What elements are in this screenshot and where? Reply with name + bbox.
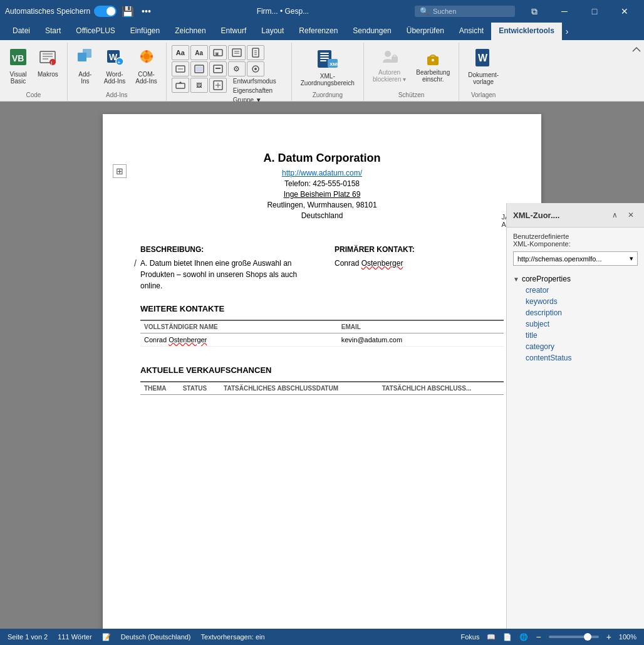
document-page: ⊞ A. Datum Corporation http://www.adatum… <box>103 114 541 629</box>
maximize-btn[interactable]: □ <box>580 0 609 23</box>
tab-officeplus[interactable]: OfficePLUS <box>68 23 122 40</box>
tab-zeichnen[interactable]: Zeichnen <box>167 23 213 40</box>
svg-point-17 <box>145 60 148 63</box>
close-btn[interactable]: ✕ <box>610 0 639 23</box>
address-street-underline: Inge Beisheim Platz 69 <box>284 190 361 199</box>
word-add-ins-label: Word-Add-Ins <box>104 71 125 85</box>
search-placeholder: Suchen <box>433 8 456 15</box>
xml-tree-root[interactable]: ▼ coreProperties <box>511 273 640 285</box>
primaer-kontakt-header: PRIMÄRER KONTAKT: <box>335 245 504 254</box>
visual-basic-btn[interactable]: VB VisualBasic <box>5 45 31 87</box>
ribbon-group-vorlagen: W Dokument-vorlage Vorlagen <box>459 43 507 101</box>
save-icon[interactable]: 💾 <box>122 6 134 18</box>
se-btn-10[interactable] <box>247 61 264 76</box>
table1-col2-header: EMAIL <box>338 320 504 333</box>
xml-tree-creator[interactable]: creator <box>511 285 640 296</box>
tab-referenzen[interactable]: Referenzen <box>291 23 345 40</box>
eigenschaften-btn[interactable]: Eigenschaften <box>233 87 276 94</box>
statusbar: Seite 1 von 2 111 Wörter 📝 Deutsch (Deut… <box>0 629 644 645</box>
xml-tree-keywords[interactable]: keywords <box>511 296 640 307</box>
ribbon-group-addins-content: Add-Ins W + Word-Add-Ins <box>73 45 161 89</box>
autosave-area: Automatisches Speichern <box>5 6 117 17</box>
website-link[interactable]: http://www.adatum.com/ <box>282 169 362 177</box>
se-btn-3[interactable]: ▣ <box>209 45 227 60</box>
code-group-label: Code <box>5 89 62 98</box>
se-btn-5[interactable] <box>247 45 264 60</box>
xml-pane-collapse-btn[interactable]: ∧ <box>608 208 621 222</box>
company-header: A. Datum Corporation http://www.adatum.c… <box>140 152 504 220</box>
se-btn-13[interactable] <box>209 78 227 93</box>
tab-entwurf[interactable]: Entwurf <box>214 23 254 40</box>
ribbon-overflow-btn[interactable]: › <box>562 23 573 40</box>
xml-schema-dropdown[interactable]: http://schemas.openxmlfo... ▾ <box>513 251 638 266</box>
xml-tree-subject[interactable]: subject <box>511 318 640 330</box>
se-btn-1[interactable]: Aa <box>172 45 189 60</box>
tab-entwicklertools[interactable]: Entwicklertools <box>491 23 562 40</box>
ribbon-group-steuerelemente-content: Aa Aa ▣ <box>172 45 276 103</box>
zoom-in-icon[interactable]: + <box>606 632 611 642</box>
ostenberger-squiggle: Ostenberger <box>361 259 403 268</box>
restore-window-btn[interactable]: ⧉ <box>520 0 549 23</box>
tab-start[interactable]: Start <box>38 23 68 40</box>
svg-point-54 <box>432 59 434 61</box>
svg-rect-32 <box>196 66 202 71</box>
xml-tree-description[interactable]: description <box>511 307 640 318</box>
page-info: Seite 1 von 2 <box>8 633 48 641</box>
makros-label: Makros <box>38 71 58 78</box>
primaer-kontakt-name: Conrad Ostenberger <box>335 258 504 269</box>
dokument-vorlage-btn[interactable]: W Dokument-vorlage <box>464 45 502 88</box>
search-box[interactable]: 🔍 Suchen <box>415 6 515 17</box>
svg-point-18 <box>140 55 143 58</box>
web-layout-icon[interactable]: 🌐 <box>519 633 528 641</box>
print-layout-icon[interactable]: 📄 <box>503 633 512 641</box>
se-btn-6[interactable] <box>172 61 189 76</box>
se-btn-2[interactable]: Aa <box>190 45 208 60</box>
svg-marker-38 <box>179 81 182 83</box>
read-mode-icon[interactable]: 📖 <box>487 633 496 641</box>
makros-btn[interactable]: ! Makros <box>34 45 62 80</box>
tab-sendungen[interactable]: Sendungen <box>345 23 398 40</box>
collapse-ribbon-btn[interactable] <box>629 43 644 60</box>
autoren-blockieren-btn[interactable]: Autorenblockieren ▾ <box>369 45 410 85</box>
se-btn-12[interactable]: 🖼 <box>190 78 208 93</box>
ribbon-tabs: Datei Start OfficePLUS Einfügen Zeichnen… <box>0 23 644 40</box>
fokus-btn[interactable]: Fokus <box>461 633 480 641</box>
zoom-out-icon[interactable]: − <box>536 632 541 642</box>
tab-layout[interactable]: Layout <box>254 23 291 40</box>
xml-tree-contentstatus[interactable]: contentStatus <box>511 352 640 364</box>
xml-pane-close-btn[interactable]: ✕ <box>624 208 638 222</box>
table-move-handle[interactable]: ⊞ <box>113 164 127 178</box>
language[interactable]: Deutsch (Deutschland) <box>121 633 191 641</box>
word-add-ins-btn[interactable]: W + Word-Add-Ins <box>100 45 129 87</box>
entwurfsmodus-btn[interactable]: Entwurfsmodus <box>233 78 276 85</box>
tab-einfuegen[interactable]: Einfügen <box>123 23 167 40</box>
xml-zuordnungsbereich-btn[interactable]: XML XML-Zuordnungsbereich <box>297 45 358 89</box>
add-ins-btn[interactable]: Add-Ins <box>73 45 98 87</box>
tab-datei[interactable]: Datei <box>5 23 38 40</box>
se-btn-8[interactable] <box>209 61 227 76</box>
bearbeitung-einschr-btn[interactable]: Bearbeitungeinschr. <box>412 45 454 85</box>
se-btn-11[interactable] <box>172 78 189 93</box>
description-contact-section: BESCHREIBUNG: A. Datum bietet Ihnen eine… <box>140 245 504 291</box>
minimize-btn[interactable]: ─ <box>550 0 579 23</box>
svg-rect-9 <box>83 49 91 58</box>
autosave-label: Automatisches Speichern <box>5 7 90 16</box>
xml-root-label: coreProperties <box>522 275 571 283</box>
se-btn-4[interactable] <box>228 45 246 60</box>
zoom-slider[interactable] <box>549 636 599 638</box>
xml-tree-category[interactable]: category <box>511 341 640 352</box>
search-icon: 🔍 <box>420 7 429 16</box>
xml-description-label: description <box>526 308 562 317</box>
se-btn-7[interactable] <box>190 61 208 76</box>
more-commands-icon[interactable]: ••• <box>142 6 151 16</box>
tab-ansicht[interactable]: Ansicht <box>452 23 491 40</box>
tab-ueberpruefen[interactable]: Überprüfen <box>399 23 452 40</box>
com-add-ins-btn[interactable]: COM-Add-Ins <box>132 45 160 87</box>
xml-tree-title[interactable]: title <box>511 330 640 341</box>
xml-schema-chevron: ▾ <box>630 254 633 263</box>
zoom-level[interactable]: 100% <box>619 633 636 641</box>
se-btn-9[interactable]: ⚙ <box>228 61 246 76</box>
autosave-toggle[interactable] <box>94 6 117 17</box>
spellcheck-icon[interactable]: 📝 <box>102 633 111 641</box>
xml-title-label: title <box>526 331 538 340</box>
